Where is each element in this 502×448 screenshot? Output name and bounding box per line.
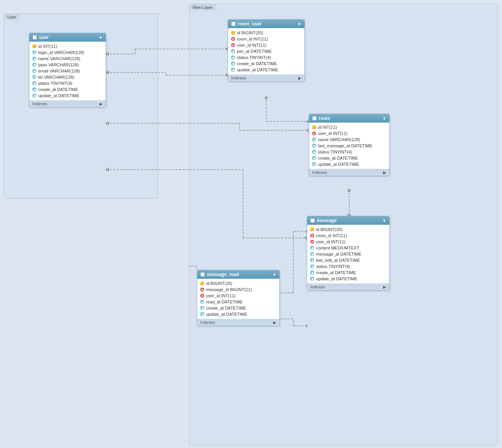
new-layer-label: New Layer [189, 4, 216, 10]
list-item: ◆ login_id VARCHAR(128) [29, 49, 106, 56]
table-user-footer[interactable]: Indexes ▶ [29, 100, 106, 107]
list-item: ● user_id INT(11) [307, 239, 389, 245]
fk-icon: ● [200, 294, 204, 298]
list-item: ◆ read_dt DATETIME [197, 299, 279, 305]
list-item: ◆ update_at DATETIME [228, 67, 304, 73]
message-chevron-icon[interactable]: ▼ [382, 219, 386, 223]
room-chevron-icon[interactable]: ▼ [382, 116, 386, 121]
normal-icon: ◆ [310, 264, 314, 268]
room-user-chevron-icon[interactable]: ▼ [297, 22, 301, 26]
normal-icon: ◆ [231, 62, 235, 66]
list-item: ● user_id INT(11) [197, 293, 279, 299]
table-room-body: 🔑 id INT(11) ● user_id INT(11) ◆ name VA… [309, 123, 389, 169]
list-item: ◆ status TINYINT(4) [309, 149, 389, 155]
table-room[interactable]: room ▼ 🔑 id INT(11) ● user_id INT(11) ◆ … [309, 114, 390, 176]
list-item: ● user_id INT(11) [309, 130, 389, 136]
table-room-user-body: 🔑 id BIGINT(20) ● room_id INT(11) ● user… [228, 28, 304, 74]
normal-icon: ◆ [312, 138, 316, 141]
list-item: 🔑 id BIGINT(20) [228, 30, 304, 36]
table-room-user-header: room_user ▼ [228, 20, 304, 28]
normal-icon: ◆ [32, 51, 36, 54]
normal-icon: ◆ [32, 81, 36, 85]
table-message-footer[interactable]: Indexes ▶ [307, 283, 389, 290]
normal-icon: ◆ [231, 49, 235, 53]
table-room-user[interactable]: room_user ▼ 🔑 id BIGINT(20) ● room_id IN… [228, 19, 305, 82]
room-user-indexes-label: Indexes [231, 76, 246, 80]
normal-icon: ◆ [310, 258, 314, 262]
normal-icon: ◆ [312, 162, 316, 166]
normal-icon: ◆ [32, 63, 36, 67]
list-item: ● room_id INT(11) [228, 36, 304, 42]
fk-icon: ● [312, 131, 316, 135]
normal-icon: ◆ [32, 69, 36, 73]
list-item: ◆ name VARCHAR(128) [29, 56, 106, 62]
list-item: ◆ status TINYINT(4) [307, 263, 389, 269]
list-item: ◆ name VARCHAR(128) [309, 136, 389, 143]
table-room-user-footer[interactable]: Indexes ▶ [228, 74, 304, 81]
list-item: 🔑 id INT(11) [29, 43, 106, 49]
normal-icon: ◆ [32, 57, 36, 61]
list-item: 🔑 id BIGINT(20) [307, 226, 389, 232]
list-item: ◆ status TINYINT(4) [228, 54, 304, 61]
list-item: ◆ update_at DATETIME [307, 276, 389, 282]
fk-icon: ● [310, 240, 314, 244]
list-item: 🔑 id INT(11) [309, 124, 389, 130]
list-item: ◆ update_at DATETIME [29, 93, 106, 99]
normal-icon: ◆ [32, 88, 36, 91]
normal-icon: ◆ [32, 94, 36, 98]
message-read-indexes-label: Indexes [200, 320, 215, 325]
pk-icon: 🔑 [231, 31, 235, 35]
list-item: ◆ create_at DATETIME [197, 305, 279, 311]
list-item: ◆ create_at DATETIME [307, 269, 389, 276]
table-room-header: room ▼ [309, 114, 389, 123]
table-room-footer[interactable]: Indexes ▶ [309, 169, 389, 176]
normal-icon: ◆ [310, 246, 314, 250]
user-layer-label: User [4, 14, 19, 20]
table-message-name: message [317, 218, 336, 223]
list-item: ● message_id BIGINT(11) [197, 286, 279, 293]
list-item: ◆ status TINYINT(4) [29, 80, 106, 86]
fk-icon: ● [231, 37, 235, 41]
message-footer-arrow: ▶ [383, 285, 386, 289]
room-indexes-label: Indexes [312, 170, 327, 175]
list-item: ◆ update_at DATETIME [309, 161, 389, 167]
normal-icon: ◆ [312, 150, 316, 154]
normal-icon: ◆ [200, 312, 204, 316]
normal-icon: ◆ [310, 277, 314, 281]
user-indexes-label: Indexes [32, 101, 47, 106]
room-table-icon [312, 116, 317, 121]
list-item: ◆ message_at DATETIME [307, 251, 389, 257]
pk-icon: 🔑 [32, 44, 36, 48]
list-item: ◆ tel VARCHAR(128) [29, 74, 106, 80]
list-item: ◆ email VARCHAR(128) [29, 68, 106, 74]
message-read-footer-arrow: ▶ [273, 320, 276, 325]
table-message-read[interactable]: message_read ▼ 🔑 id BIGINT(20) ● message… [197, 270, 280, 326]
list-item: ◆ create_at DATETIME [309, 155, 389, 161]
normal-icon: ◆ [310, 252, 314, 256]
message-read-table-icon [200, 272, 205, 277]
list-item: ● room_id INT(11) [307, 232, 389, 239]
normal-icon: ◆ [312, 156, 316, 160]
user-footer-arrow: ▶ [100, 102, 103, 106]
table-message[interactable]: message ▼ 🔑 id BIGINT(20) ● room_id INT(… [307, 216, 390, 291]
user-chevron-icon[interactable]: ▼ [99, 35, 103, 40]
list-item: ◆ create_at DATETIME [29, 86, 106, 93]
user-table-icon [32, 35, 37, 40]
room-user-table-icon [231, 22, 236, 26]
list-item: ◆ last_edit_at DATETIME [307, 257, 389, 263]
table-message-read-header: message_read ▼ [197, 270, 279, 279]
pk-icon: 🔑 [310, 227, 314, 231]
normal-icon: ◆ [231, 68, 235, 72]
fk-icon: ● [231, 43, 235, 47]
fk-icon: ● [200, 288, 204, 291]
table-message-read-name: message_read [207, 272, 239, 277]
pk-icon: 🔑 [200, 281, 204, 285]
message-table-icon [310, 218, 315, 223]
message-read-chevron-icon[interactable]: ▼ [272, 273, 276, 277]
table-message-read-footer[interactable]: Indexes ▶ [197, 319, 279, 326]
table-user[interactable]: user ▼ 🔑 id INT(11) ◆ login_id VARCHAR(1… [29, 33, 106, 108]
message-indexes-label: Indexes [310, 285, 325, 289]
normal-icon: ◆ [231, 56, 235, 59]
room-footer-arrow: ▶ [383, 170, 386, 175]
table-user-header: user ▼ [29, 33, 106, 42]
